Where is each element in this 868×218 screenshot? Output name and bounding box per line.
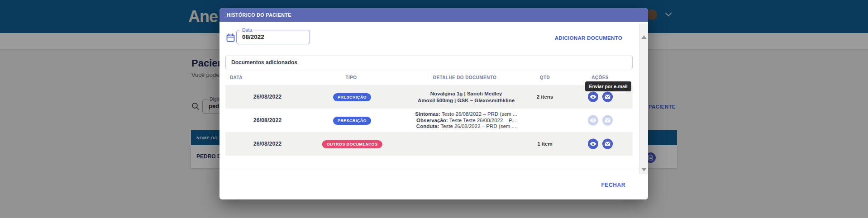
send-email-button[interactable]: [602, 139, 613, 149]
dialog-title: HISTÓRICO DO PACIENTE: [227, 12, 291, 18]
document-row: 26/08/2022 PRESCRIÇÃO Novalgina 1g | San…: [225, 85, 633, 109]
document-type-badge: PRESCRIÇÃO: [333, 93, 371, 101]
patient-history-dialog: HISTÓRICO DO PACIENTE Data 08/2022 ADICI…: [219, 8, 648, 199]
application-window: Ane Paciente Você pode Digite ped NOME D…: [0, 0, 868, 218]
document-quantity: 2 itens: [537, 94, 553, 100]
document-type-badge: PRESCRIÇÃO: [333, 117, 371, 125]
close-dialog-button[interactable]: FECHAR: [601, 182, 625, 188]
dialog-header: HISTÓRICO DO PACIENTE: [219, 8, 648, 22]
column-header-qtd: QTD: [540, 75, 550, 80]
document-date: 26/08/2022: [245, 94, 290, 100]
send-email-tooltip: Enviar por e-mail: [585, 81, 631, 91]
view-document-button[interactable]: [588, 92, 598, 102]
eye-icon: [590, 117, 596, 124]
detail-line: Amoxil 500mg | GSK – Glaxosmithkline: [391, 97, 541, 104]
date-input-value: 08/2022: [242, 33, 264, 40]
scroll-up-icon[interactable]: [641, 35, 647, 39]
document-row: 26/08/2022 PRESCRIÇÃO Sintomas: Teste 26…: [225, 109, 633, 132]
scroll-down-icon[interactable]: [641, 168, 647, 171]
detail-line: Observação: Teste Teste 26/08/2022 – P..…: [391, 117, 541, 123]
add-document-button[interactable]: ADICIONAR DOCUMENTO: [555, 35, 622, 41]
column-header-acoes: AÇÕES: [591, 75, 609, 80]
column-header-tipo: TIPO: [346, 75, 357, 80]
send-email-button[interactable]: [602, 92, 613, 102]
date-input-label: Data: [240, 27, 254, 33]
send-email-button-disabled: [602, 115, 613, 126]
envelope-icon: [605, 142, 610, 147]
documents-added-title: Documentos adicionados: [231, 59, 297, 66]
eye-icon: [590, 141, 596, 147]
column-header-data: DATA: [230, 75, 243, 80]
modal-scrollbar[interactable]: [639, 24, 648, 174]
eye-icon: [590, 94, 596, 100]
view-document-button-disabled: [588, 115, 598, 126]
detail-line: Sintomas: Teste 26/08/2022 – PRD (sem ..…: [391, 111, 541, 118]
column-header-detalhe: DETALHE DO DOCUMENTO: [433, 75, 496, 80]
document-date: 26/08/2022: [245, 141, 290, 147]
documents-added-box: Documentos adicionados: [225, 56, 633, 69]
envelope-icon: [605, 118, 610, 123]
detail-line: Novalgina 1g | Sanofi Medley: [391, 90, 541, 97]
document-detail: Novalgina 1g | Sanofi Medley Amoxil 500m…: [391, 90, 541, 104]
document-type-badge: OUTROS DOCUMENTOS: [322, 140, 382, 148]
document-detail: Sintomas: Teste 26/08/2022 – PRD (sem ..…: [391, 111, 541, 130]
envelope-icon: [605, 95, 610, 100]
detail-line: Conduta: Teste 26/08/2022 – PRD (sem ...: [391, 123, 541, 130]
document-date: 26/08/2022: [245, 117, 290, 123]
table-bottom-divider: [219, 169, 639, 169]
document-row: 26/08/2022 OUTROS DOCUMENTOS 1 item: [225, 132, 633, 156]
calendar-icon: [226, 33, 235, 42]
view-document-button[interactable]: [588, 139, 598, 149]
document-quantity: 1 item: [537, 141, 552, 147]
